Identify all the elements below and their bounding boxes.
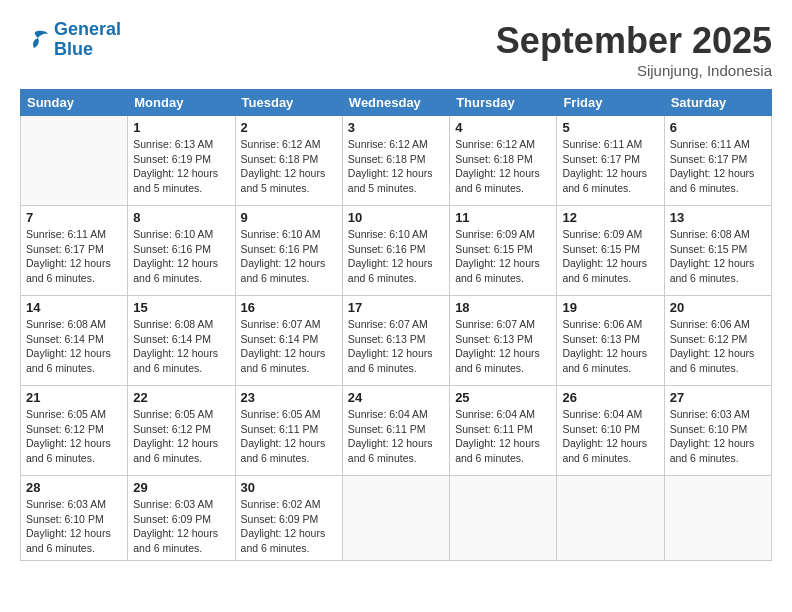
calendar-cell: 15Sunrise: 6:08 AMSunset: 6:14 PMDayligh…	[128, 296, 235, 386]
calendar-cell: 2Sunrise: 6:12 AMSunset: 6:18 PMDaylight…	[235, 116, 342, 206]
day-number: 18	[455, 300, 551, 315]
calendar-cell: 23Sunrise: 6:05 AMSunset: 6:11 PMDayligh…	[235, 386, 342, 476]
day-number: 6	[670, 120, 766, 135]
calendar-cell: 30Sunrise: 6:02 AMSunset: 6:09 PMDayligh…	[235, 476, 342, 561]
calendar-week-row: 28Sunrise: 6:03 AMSunset: 6:10 PMDayligh…	[21, 476, 772, 561]
day-info: Sunrise: 6:09 AMSunset: 6:15 PMDaylight:…	[455, 227, 551, 286]
calendar-cell	[21, 116, 128, 206]
day-info: Sunrise: 6:07 AMSunset: 6:14 PMDaylight:…	[241, 317, 337, 376]
day-number: 11	[455, 210, 551, 225]
calendar-header-row: SundayMondayTuesdayWednesdayThursdayFrid…	[21, 90, 772, 116]
day-info: Sunrise: 6:05 AMSunset: 6:12 PMDaylight:…	[26, 407, 122, 466]
day-info: Sunrise: 6:10 AMSunset: 6:16 PMDaylight:…	[133, 227, 229, 286]
day-info: Sunrise: 6:06 AMSunset: 6:12 PMDaylight:…	[670, 317, 766, 376]
calendar-cell: 27Sunrise: 6:03 AMSunset: 6:10 PMDayligh…	[664, 386, 771, 476]
day-number: 9	[241, 210, 337, 225]
day-number: 20	[670, 300, 766, 315]
calendar-day-header: Sunday	[21, 90, 128, 116]
day-number: 16	[241, 300, 337, 315]
day-number: 5	[562, 120, 658, 135]
calendar-cell: 11Sunrise: 6:09 AMSunset: 6:15 PMDayligh…	[450, 206, 557, 296]
day-info: Sunrise: 6:11 AMSunset: 6:17 PMDaylight:…	[562, 137, 658, 196]
calendar-cell: 9Sunrise: 6:10 AMSunset: 6:16 PMDaylight…	[235, 206, 342, 296]
calendar-cell: 3Sunrise: 6:12 AMSunset: 6:18 PMDaylight…	[342, 116, 449, 206]
day-number: 29	[133, 480, 229, 495]
day-number: 8	[133, 210, 229, 225]
day-info: Sunrise: 6:09 AMSunset: 6:15 PMDaylight:…	[562, 227, 658, 286]
day-info: Sunrise: 6:03 AMSunset: 6:10 PMDaylight:…	[670, 407, 766, 466]
day-info: Sunrise: 6:06 AMSunset: 6:13 PMDaylight:…	[562, 317, 658, 376]
day-number: 1	[133, 120, 229, 135]
calendar-cell: 25Sunrise: 6:04 AMSunset: 6:11 PMDayligh…	[450, 386, 557, 476]
calendar-week-row: 14Sunrise: 6:08 AMSunset: 6:14 PMDayligh…	[21, 296, 772, 386]
calendar-week-row: 1Sunrise: 6:13 AMSunset: 6:19 PMDaylight…	[21, 116, 772, 206]
day-info: Sunrise: 6:12 AMSunset: 6:18 PMDaylight:…	[455, 137, 551, 196]
calendar-cell: 13Sunrise: 6:08 AMSunset: 6:15 PMDayligh…	[664, 206, 771, 296]
calendar-cell	[557, 476, 664, 561]
day-number: 30	[241, 480, 337, 495]
logo-icon	[20, 28, 50, 52]
day-number: 15	[133, 300, 229, 315]
calendar-week-row: 7Sunrise: 6:11 AMSunset: 6:17 PMDaylight…	[21, 206, 772, 296]
day-number: 27	[670, 390, 766, 405]
month-title: September 2025	[496, 20, 772, 62]
day-number: 17	[348, 300, 444, 315]
calendar-cell: 28Sunrise: 6:03 AMSunset: 6:10 PMDayligh…	[21, 476, 128, 561]
day-number: 10	[348, 210, 444, 225]
day-number: 21	[26, 390, 122, 405]
day-number: 19	[562, 300, 658, 315]
calendar-day-header: Friday	[557, 90, 664, 116]
calendar-cell: 12Sunrise: 6:09 AMSunset: 6:15 PMDayligh…	[557, 206, 664, 296]
day-info: Sunrise: 6:11 AMSunset: 6:17 PMDaylight:…	[26, 227, 122, 286]
title-block: September 2025 Sijunjung, Indonesia	[496, 20, 772, 79]
calendar-cell: 6Sunrise: 6:11 AMSunset: 6:17 PMDaylight…	[664, 116, 771, 206]
calendar-cell: 8Sunrise: 6:10 AMSunset: 6:16 PMDaylight…	[128, 206, 235, 296]
location-subtitle: Sijunjung, Indonesia	[496, 62, 772, 79]
calendar-cell: 26Sunrise: 6:04 AMSunset: 6:10 PMDayligh…	[557, 386, 664, 476]
calendar-cell: 20Sunrise: 6:06 AMSunset: 6:12 PMDayligh…	[664, 296, 771, 386]
day-number: 23	[241, 390, 337, 405]
day-number: 25	[455, 390, 551, 405]
day-info: Sunrise: 6:08 AMSunset: 6:15 PMDaylight:…	[670, 227, 766, 286]
day-info: Sunrise: 6:12 AMSunset: 6:18 PMDaylight:…	[348, 137, 444, 196]
day-info: Sunrise: 6:08 AMSunset: 6:14 PMDaylight:…	[26, 317, 122, 376]
logo-text: General Blue	[54, 20, 121, 60]
day-info: Sunrise: 6:05 AMSunset: 6:12 PMDaylight:…	[133, 407, 229, 466]
day-number: 26	[562, 390, 658, 405]
day-info: Sunrise: 6:07 AMSunset: 6:13 PMDaylight:…	[455, 317, 551, 376]
day-info: Sunrise: 6:10 AMSunset: 6:16 PMDaylight:…	[348, 227, 444, 286]
calendar-cell	[664, 476, 771, 561]
day-number: 12	[562, 210, 658, 225]
calendar-day-header: Tuesday	[235, 90, 342, 116]
day-number: 2	[241, 120, 337, 135]
calendar-cell: 5Sunrise: 6:11 AMSunset: 6:17 PMDaylight…	[557, 116, 664, 206]
day-number: 13	[670, 210, 766, 225]
day-number: 4	[455, 120, 551, 135]
day-info: Sunrise: 6:12 AMSunset: 6:18 PMDaylight:…	[241, 137, 337, 196]
calendar-cell: 19Sunrise: 6:06 AMSunset: 6:13 PMDayligh…	[557, 296, 664, 386]
day-number: 28	[26, 480, 122, 495]
day-info: Sunrise: 6:04 AMSunset: 6:11 PMDaylight:…	[455, 407, 551, 466]
logo: General Blue	[20, 20, 121, 60]
calendar-day-header: Wednesday	[342, 90, 449, 116]
day-info: Sunrise: 6:11 AMSunset: 6:17 PMDaylight:…	[670, 137, 766, 196]
day-info: Sunrise: 6:10 AMSunset: 6:16 PMDaylight:…	[241, 227, 337, 286]
calendar-day-header: Saturday	[664, 90, 771, 116]
calendar-cell: 21Sunrise: 6:05 AMSunset: 6:12 PMDayligh…	[21, 386, 128, 476]
day-info: Sunrise: 6:05 AMSunset: 6:11 PMDaylight:…	[241, 407, 337, 466]
day-info: Sunrise: 6:04 AMSunset: 6:11 PMDaylight:…	[348, 407, 444, 466]
calendar-cell	[450, 476, 557, 561]
calendar-cell: 10Sunrise: 6:10 AMSunset: 6:16 PMDayligh…	[342, 206, 449, 296]
day-info: Sunrise: 6:03 AMSunset: 6:10 PMDaylight:…	[26, 497, 122, 556]
day-number: 7	[26, 210, 122, 225]
calendar-cell: 24Sunrise: 6:04 AMSunset: 6:11 PMDayligh…	[342, 386, 449, 476]
day-info: Sunrise: 6:08 AMSunset: 6:14 PMDaylight:…	[133, 317, 229, 376]
day-number: 14	[26, 300, 122, 315]
day-number: 3	[348, 120, 444, 135]
calendar-cell: 29Sunrise: 6:03 AMSunset: 6:09 PMDayligh…	[128, 476, 235, 561]
calendar-table: SundayMondayTuesdayWednesdayThursdayFrid…	[20, 89, 772, 561]
day-info: Sunrise: 6:13 AMSunset: 6:19 PMDaylight:…	[133, 137, 229, 196]
calendar-cell	[342, 476, 449, 561]
calendar-cell: 18Sunrise: 6:07 AMSunset: 6:13 PMDayligh…	[450, 296, 557, 386]
day-info: Sunrise: 6:03 AMSunset: 6:09 PMDaylight:…	[133, 497, 229, 556]
